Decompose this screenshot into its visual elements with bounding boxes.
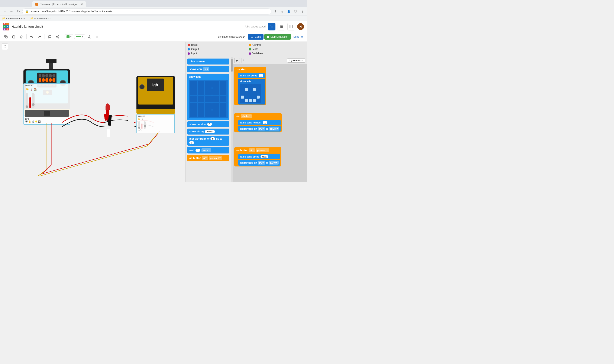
undo-button[interactable]	[28, 33, 35, 40]
bookmark-icon[interactable]: ☆	[279, 9, 285, 14]
code-canvas[interactable]: ▶ ↻ 2 (micro:bit) ▾	[233, 57, 307, 182]
lc-on[interactable]	[253, 88, 256, 91]
note-button[interactable]	[46, 33, 53, 40]
lc[interactable]	[249, 85, 252, 88]
reload-button[interactable]: ↻	[15, 9, 21, 14]
schematic-btn[interactable]	[278, 23, 285, 30]
pressed-btn-dropdown[interactable]: pressed ▾	[256, 148, 269, 152]
lc[interactable]	[253, 92, 256, 95]
forward-button[interactable]: →	[9, 9, 14, 14]
digital-write-shake-block[interactable]: digital write pin P0 ▾ to HIGH ▾	[238, 126, 281, 131]
paste-button[interactable]	[10, 33, 17, 40]
lc[interactable]	[245, 85, 248, 88]
show-string-value[interactable]: Hello!	[205, 130, 215, 133]
radio-send-number-value[interactable]: 1	[263, 121, 267, 124]
show-number-block[interactable]: show number 0	[187, 121, 229, 127]
lc[interactable]	[249, 88, 252, 91]
on-start-block[interactable]: on start	[234, 67, 266, 72]
on-shake-block[interactable]: on shake ▾	[234, 113, 282, 119]
radio-send-string-block[interactable]: radio send string text	[238, 154, 280, 159]
radio-send-string-value[interactable]: text	[261, 155, 268, 158]
microbit-board-1[interactable]: 😐 0 1 2 3V GND micro: 1	[23, 59, 70, 125]
category-math[interactable]: Math	[249, 47, 305, 51]
circuit-view-btn[interactable]	[268, 23, 276, 30]
on-button-a-block[interactable]: on button A ▾ pressed ▾	[234, 147, 281, 153]
on-button-block[interactable]: on button A ▾ pressed ▾	[187, 155, 229, 161]
back-button[interactable]: ←	[2, 9, 8, 14]
plot-value-2[interactable]: 0	[189, 141, 194, 144]
circuit-canvas[interactable]: 😐 0 1 2 3V GND micro: 1	[0, 42, 185, 182]
lc[interactable]	[257, 99, 260, 102]
dw-shake-high-dropdown[interactable]: HIGH ▾	[269, 127, 279, 130]
show-number-value[interactable]: 0	[207, 123, 212, 126]
button-a-dropdown[interactable]: A ▾	[202, 156, 208, 160]
dw-btn-pin-dropdown[interactable]: P0 ▾	[258, 161, 265, 165]
clear-screen-block[interactable]: clear screen	[187, 59, 229, 65]
delete-button[interactable]	[18, 33, 25, 40]
lc-on[interactable]	[253, 99, 256, 102]
send-to-button[interactable]: Send To	[292, 35, 305, 38]
code-button[interactable]: Code	[248, 34, 264, 39]
category-input[interactable]: Input	[188, 52, 244, 55]
download-icon[interactable]: ⬇	[272, 9, 278, 14]
btn-a-dropdown[interactable]: A ▾	[249, 148, 255, 152]
dw-shake-pin-dropdown[interactable]: P0 ▾	[258, 127, 265, 130]
copy-button[interactable]	[2, 33, 9, 40]
play-button[interactable]: ▶	[234, 58, 240, 63]
show-string-block[interactable]: show string Hello!	[187, 129, 229, 134]
lc[interactable]	[253, 96, 256, 99]
lc[interactable]	[257, 85, 260, 88]
pressed-dropdown[interactable]: pressed ▾	[209, 156, 222, 160]
led-grid-canvas[interactable]	[240, 84, 261, 103]
tab-close-icon[interactable]: ✕	[81, 3, 83, 6]
radio-set-group-block[interactable]: radio set group 1	[238, 73, 265, 78]
lc[interactable]	[245, 92, 248, 95]
lc[interactable]	[245, 96, 248, 99]
profile-icon[interactable]: 👤	[286, 9, 292, 14]
lc-on[interactable]	[245, 88, 248, 91]
canvas-blocks-area[interactable]: on start radio set group 1	[233, 64, 307, 182]
slider-2[interactable]	[32, 93, 35, 108]
digital-write-button-block[interactable]: digital write pin P0 ▾ to LOW ▾	[238, 160, 280, 166]
mirror-button[interactable]	[94, 33, 100, 40]
color-selector[interactable]: ▾	[65, 34, 73, 39]
loop-button[interactable]: ↻	[242, 58, 247, 63]
stop-simulation-button[interactable]: Stop Simulation	[264, 34, 291, 39]
microbit-board-2[interactable]: Igh 0 1 micro: 2 ☀️🌡️	[137, 76, 175, 131]
lc[interactable]	[257, 88, 260, 91]
browser-tab-active[interactable]: T Tinkercad | From mind to design… ✕	[32, 1, 86, 7]
radio-send-number-block[interactable]: radio send number 1	[238, 120, 281, 125]
device-selector[interactable]: 2 (micro:bit) ▾	[287, 58, 305, 63]
category-variables[interactable]: Variables	[249, 52, 305, 55]
slider-1[interactable]	[26, 93, 28, 108]
show-icon-dropdown[interactable]: ⠿ ▾	[203, 67, 209, 71]
lc-on[interactable]	[241, 96, 244, 99]
wait-dropdown[interactable]: secs ▾	[201, 148, 211, 152]
line-selector[interactable]: ▾	[74, 35, 85, 39]
lc-on[interactable]	[257, 96, 260, 99]
menu-icon[interactable]: ⋮	[299, 9, 305, 14]
clips-area[interactable]	[102, 110, 115, 138]
lc[interactable]	[257, 92, 260, 95]
show-leds-canvas-block[interactable]: show leds	[238, 79, 265, 104]
radio-group-value[interactable]: 1	[259, 74, 263, 77]
show-leds-palette-block[interactable]: show leds	[187, 74, 229, 120]
table-btn[interactable]	[287, 23, 295, 30]
lc-on[interactable]	[245, 99, 248, 102]
slider-thumb-2[interactable]	[32, 103, 35, 106]
fit-view-button[interactable]	[2, 43, 8, 50]
category-basic[interactable]: Basic	[188, 43, 244, 47]
share-button[interactable]	[54, 33, 61, 40]
extensions-icon[interactable]: ⬡	[293, 9, 298, 14]
shake-dropdown[interactable]: shake ▾	[241, 114, 252, 118]
address-bar[interactable]: 🔒 tinkercad.com/things/bzUuU99hXo2-stunn…	[22, 9, 271, 14]
redo-button[interactable]	[36, 33, 43, 40]
dw-btn-low-dropdown[interactable]: LOW ▾	[269, 161, 279, 165]
category-control[interactable]: Control	[249, 43, 305, 47]
lc[interactable]	[253, 85, 256, 88]
lc[interactable]	[241, 92, 244, 95]
slider-thumb-1[interactable]	[26, 105, 28, 108]
lc[interactable]	[241, 85, 244, 88]
align-button[interactable]	[86, 33, 93, 40]
avatar[interactable]: H	[297, 23, 304, 30]
